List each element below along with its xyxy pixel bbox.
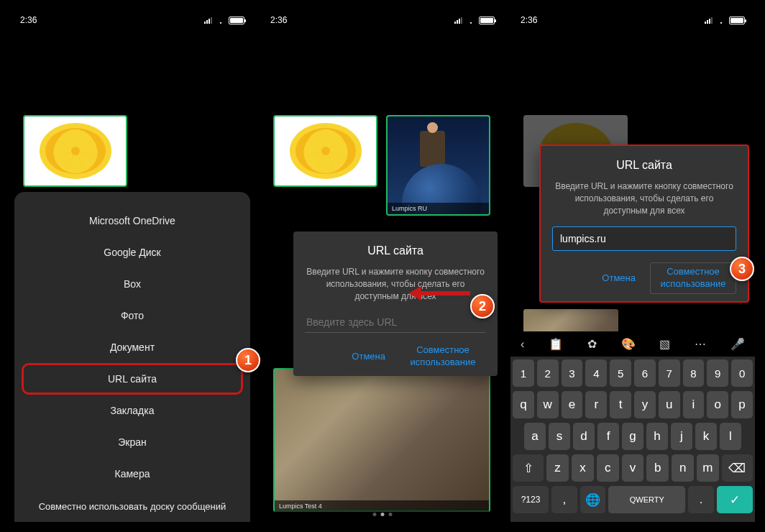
status-time: 2:36: [20, 15, 37, 25]
key[interactable]: 3: [562, 359, 583, 387]
key-globe[interactable]: 🌐: [580, 486, 606, 513]
key[interactable]: x: [572, 454, 594, 482]
key-period[interactable]: .: [688, 486, 714, 513]
menu-item-bookmark[interactable]: Закладка: [22, 395, 243, 426]
key[interactable]: 6: [634, 359, 656, 387]
key[interactable]: w: [537, 391, 559, 418]
key[interactable]: g: [622, 423, 643, 450]
status-bar: 2:36: [10, 10, 255, 30]
key[interactable]: h: [646, 423, 668, 450]
key-enter[interactable]: ✓: [717, 486, 753, 513]
key[interactable]: o: [707, 391, 728, 418]
lemon-icon: [286, 121, 365, 182]
kb-settings-icon[interactable]: ✿: [587, 337, 597, 351]
key-symbols[interactable]: ?123: [513, 486, 549, 513]
key[interactable]: d: [573, 423, 595, 450]
key[interactable]: 9: [707, 359, 728, 387]
earth-person: [420, 131, 445, 167]
tile-label: Lumpics RU: [388, 203, 489, 214]
key[interactable]: s: [549, 423, 570, 450]
key[interactable]: y: [634, 391, 656, 418]
key[interactable]: 4: [585, 359, 607, 387]
kb-clipboard-icon[interactable]: 📋: [549, 337, 563, 351]
menu-item-camera[interactable]: Камера: [22, 458, 243, 490]
menu-footer: Совместно использовать доску сообщений: [22, 490, 243, 516]
key[interactable]: 7: [659, 359, 680, 387]
key[interactable]: 0: [731, 359, 753, 387]
status-bar: 2:36: [260, 10, 505, 30]
shared-tiles: [23, 115, 242, 187]
wifi-icon: [466, 17, 476, 24]
key-space[interactable]: QWERTY: [608, 486, 685, 513]
keyboard: ‹ 📋 ✿ 🎨 ▧ ⋯ 🎤 1234567890 qwertyuiop asdf…: [510, 331, 755, 522]
key[interactable]: v: [622, 454, 644, 482]
kb-row-2: asdfghjkl: [513, 423, 753, 450]
status-icons: [705, 17, 745, 24]
menu-item-box[interactable]: Box: [22, 268, 243, 300]
key[interactable]: c: [597, 454, 619, 482]
menu-item-screen[interactable]: Экран: [22, 426, 243, 458]
key[interactable]: f: [597, 423, 619, 450]
key[interactable]: m: [697, 454, 719, 482]
key[interactable]: r: [585, 391, 607, 418]
key[interactable]: k: [695, 423, 717, 450]
shared-tiles: Lumpics RU: [273, 115, 492, 216]
signal-icon: [705, 17, 713, 24]
key[interactable]: b: [646, 454, 669, 482]
key[interactable]: u: [659, 391, 680, 418]
annotation-badge-2: 2: [470, 294, 495, 318]
key-backspace[interactable]: ⌫: [722, 454, 753, 482]
key[interactable]: l: [720, 423, 741, 450]
kb-palette-icon[interactable]: 🎨: [621, 337, 636, 351]
annotation-badge-1: 1: [236, 348, 260, 372]
kb-row-1: qwertyuiop: [513, 391, 753, 418]
menu-item-onedrive[interactable]: Microsoft OneDrive: [22, 205, 243, 237]
tile-lemon[interactable]: [273, 115, 377, 187]
kb-row-bottom: ?123 , 🌐 QWERTY . ✓: [513, 486, 753, 513]
kb-more-icon[interactable]: ⋯: [695, 337, 706, 351]
menu-item-document[interactable]: Документ: [22, 331, 243, 363]
kb-mic-icon[interactable]: 🎤: [730, 337, 745, 351]
key[interactable]: 8: [683, 359, 705, 387]
status-time: 2:36: [270, 15, 287, 25]
cancel-button[interactable]: Отмена: [602, 272, 636, 285]
dot-active: [381, 513, 385, 516]
kb-row-numbers: 1234567890: [513, 359, 753, 387]
menu-item-url[interactable]: URL сайта: [22, 363, 243, 395]
dot: [389, 513, 393, 516]
share-button[interactable]: Совместное использование: [650, 262, 736, 294]
dialog-subtitle: Введите URL и нажмите кнопку совместного…: [305, 266, 486, 302]
key[interactable]: 1: [513, 359, 534, 387]
tile-label: Lumpics Test 4: [275, 500, 489, 512]
wifi-icon: [216, 17, 226, 24]
tile-photo[interactable]: Lumpics Test 4: [273, 368, 490, 512]
key[interactable]: j: [671, 423, 692, 450]
key[interactable]: t: [610, 391, 631, 418]
status-time: 2:36: [521, 15, 537, 25]
url-input[interactable]: [305, 312, 486, 333]
annotation-arrow: [420, 291, 470, 295]
kb-back-icon[interactable]: ‹: [521, 338, 524, 351]
key[interactable]: a: [524, 423, 546, 450]
key[interactable]: n: [672, 454, 694, 482]
key[interactable]: p: [731, 391, 753, 418]
key[interactable]: z: [546, 454, 569, 482]
kb-row-3: ⇧ zxcvbnm ⌫: [513, 454, 753, 482]
status-icons: [204, 17, 244, 24]
cancel-button[interactable]: Отмена: [352, 351, 385, 363]
key[interactable]: 2: [537, 359, 559, 387]
tile-lemon[interactable]: [23, 115, 127, 187]
key-comma[interactable]: ,: [551, 486, 577, 513]
key[interactable]: 5: [610, 359, 631, 387]
menu-item-photo[interactable]: Фото: [22, 300, 243, 331]
key[interactable]: q: [513, 391, 534, 418]
key[interactable]: i: [683, 391, 705, 418]
url-input[interactable]: [552, 226, 736, 251]
tile-earth[interactable]: Lumpics RU: [386, 115, 490, 216]
key[interactable]: e: [562, 391, 583, 418]
menu-item-googledrive[interactable]: Google Диск: [22, 237, 243, 268]
kb-image-icon[interactable]: ▧: [659, 337, 670, 351]
keyboard-toolbar: ‹ 📋 ✿ 🎨 ▧ ⋯ 🎤: [510, 331, 755, 357]
key-shift[interactable]: ⇧: [513, 454, 544, 482]
share-button[interactable]: Совместное использование: [400, 344, 486, 369]
